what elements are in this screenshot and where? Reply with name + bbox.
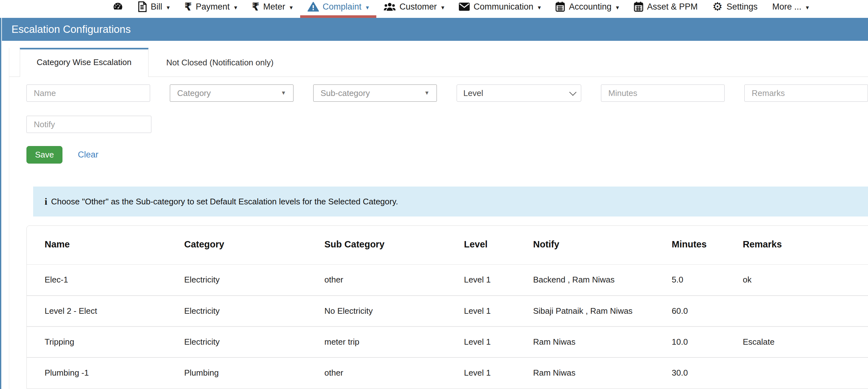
rupee-icon: ₹	[185, 1, 192, 12]
escalation-table-card: NameCategorySub CategoryLevelNotifyMinut…	[26, 226, 868, 389]
cell-sub-category: other	[324, 357, 464, 388]
nav-item-label: More ...	[772, 2, 801, 12]
column-header-remarks: Remarks	[743, 226, 868, 265]
category-dropdown[interactable]: Category ▼	[170, 85, 293, 102]
nav-item-label: Settings	[726, 2, 758, 12]
page-title-bar: Escalation Configurations	[2, 18, 868, 41]
nav-item-label: Asset & PPM	[647, 2, 698, 12]
column-header-category: Category	[184, 226, 324, 265]
cell-name: Tripping	[27, 327, 184, 357]
people-icon	[384, 2, 396, 12]
name-input[interactable]	[26, 85, 150, 102]
calendar-icon	[634, 2, 643, 12]
dropdown-arrow-icon: ▼	[424, 90, 430, 96]
nav-item-label: Payment	[196, 2, 230, 12]
cell-minutes: 5.0	[672, 265, 743, 296]
level-select-value: Level	[463, 88, 483, 98]
nav-item-more[interactable]: More ... ▾	[765, 0, 816, 18]
info-icon: i	[44, 196, 47, 207]
filter-row-2	[9, 116, 868, 133]
cell-category: Plumbing	[184, 357, 324, 388]
cell-sub-category: No Electricity	[324, 296, 464, 327]
envelope-icon	[459, 3, 470, 11]
minutes-input[interactable]	[601, 85, 724, 102]
cell-level: Level 1	[464, 327, 533, 357]
page-title: Escalation Configurations	[11, 23, 131, 35]
cell-notify: Backend , Ram Niwas	[533, 265, 672, 296]
info-banner: i Choose "Other" as the Sub-category to …	[33, 186, 868, 216]
nav-item-bill[interactable]: Bill ▾	[131, 0, 177, 18]
nav-item-label: Customer	[400, 2, 437, 12]
chevron-down-icon: ▾	[167, 4, 170, 11]
dashboard-gauge-icon	[113, 2, 123, 11]
table-row: TrippingElectricitymeter tripLevel 1Ram …	[27, 327, 868, 357]
tab-not-closed-notification-only[interactable]: Not Closed (Notification only)	[149, 49, 291, 77]
column-header-notify: Notify	[533, 226, 672, 265]
chevron-down-icon: ▾	[538, 4, 541, 11]
save-button[interactable]: Save	[26, 146, 62, 163]
nav-item-settings[interactable]: ⚙ Settings	[705, 0, 765, 18]
info-banner-text: Choose "Other" as the Sub-category to se…	[51, 197, 398, 207]
table-row: Level 2 - ElectElectricityNo Electricity…	[27, 296, 868, 327]
chevron-down-icon: ▾	[441, 4, 444, 11]
cell-remarks	[743, 357, 868, 388]
content-panel: Category Wise Escalation Not Closed (Not…	[9, 48, 868, 389]
cell-name: Plumbing -1	[27, 357, 184, 388]
cell-minutes: 10.0	[672, 327, 743, 357]
chevron-down-icon: ▾	[366, 4, 369, 11]
chevron-down-icon: ▾	[806, 4, 809, 11]
cell-category: Electricity	[184, 296, 324, 327]
clear-link[interactable]: Clear	[78, 150, 98, 160]
page-body: Escalation Configurations Category Wise …	[0, 18, 868, 389]
top-navigation: Bill ▾ ₹ Payment ▾ ₹ Meter ▾ Complaint ▾	[0, 0, 868, 18]
tab-category-wise-escalation[interactable]: Category Wise Escalation	[20, 48, 149, 77]
level-select[interactable]: Level	[457, 85, 581, 102]
cell-level: Level 1	[464, 296, 533, 327]
cell-category: Electricity	[184, 327, 324, 357]
column-header-sub-category: Sub Category	[324, 226, 464, 265]
table-row: Elec-1ElectricityotherLevel 1Backend , R…	[27, 265, 868, 296]
notify-input[interactable]	[26, 116, 151, 133]
nav-item-label: Accounting	[569, 2, 612, 12]
nav-item-asset-ppm[interactable]: Asset & PPM	[626, 0, 705, 18]
nav-item-label: Communication	[473, 2, 533, 12]
escalation-table: NameCategorySub CategoryLevelNotifyMinut…	[27, 226, 868, 388]
nav-item-communication[interactable]: Communication ▾	[452, 0, 548, 18]
nav-item-customer[interactable]: Customer ▾	[376, 0, 452, 18]
bill-document-icon	[138, 1, 147, 12]
cell-name: Elec-1	[27, 265, 184, 296]
nav-item-meter[interactable]: ₹ Meter ▾	[244, 0, 300, 18]
table-header: NameCategorySub CategoryLevelNotifyMinut…	[27, 226, 868, 265]
nav-item-accounting[interactable]: Accounting ▾	[548, 0, 626, 18]
cell-notify: Sibaji Patnaik , Ram Niwas	[533, 296, 672, 327]
cell-sub-category: meter trip	[324, 327, 464, 357]
nav-item-payment[interactable]: ₹ Payment ▾	[177, 0, 245, 18]
tab-label: Category Wise Escalation	[37, 57, 132, 67]
gear-icon: ⚙	[713, 1, 723, 12]
cell-level: Level 1	[464, 357, 533, 388]
chevron-down-icon: ▾	[616, 4, 619, 11]
cell-minutes: 60.0	[672, 296, 743, 327]
nav-item-complaint[interactable]: Complaint ▾	[300, 0, 376, 18]
cell-sub-category: other	[324, 265, 464, 296]
cell-category: Electricity	[184, 265, 324, 296]
cell-notify: Ram Niwas	[533, 357, 672, 388]
cell-remarks: Escalate	[743, 327, 868, 357]
cell-notify: Ram Niwas	[533, 327, 672, 357]
warning-triangle-icon	[308, 2, 319, 12]
cell-minutes: 30.0	[672, 357, 743, 388]
calendar-icon	[555, 2, 565, 12]
subcategory-dropdown-value: Sub-category	[320, 88, 370, 98]
category-dropdown-value: Category	[177, 88, 211, 98]
nav-item-dashboard[interactable]	[105, 0, 131, 18]
nav-item-label: Complaint	[323, 2, 362, 12]
column-header-level: Level	[464, 226, 533, 265]
rupee-icon: ₹	[252, 1, 259, 12]
remarks-input[interactable]	[744, 85, 868, 102]
nav-item-label: Meter	[263, 2, 285, 12]
action-row: Save Clear	[9, 146, 868, 163]
chevron-down-icon: ▾	[290, 4, 293, 11]
subcategory-dropdown[interactable]: Sub-category ▼	[313, 85, 437, 102]
cell-name: Level 2 - Elect	[27, 296, 184, 327]
dropdown-arrow-icon: ▼	[281, 90, 286, 96]
